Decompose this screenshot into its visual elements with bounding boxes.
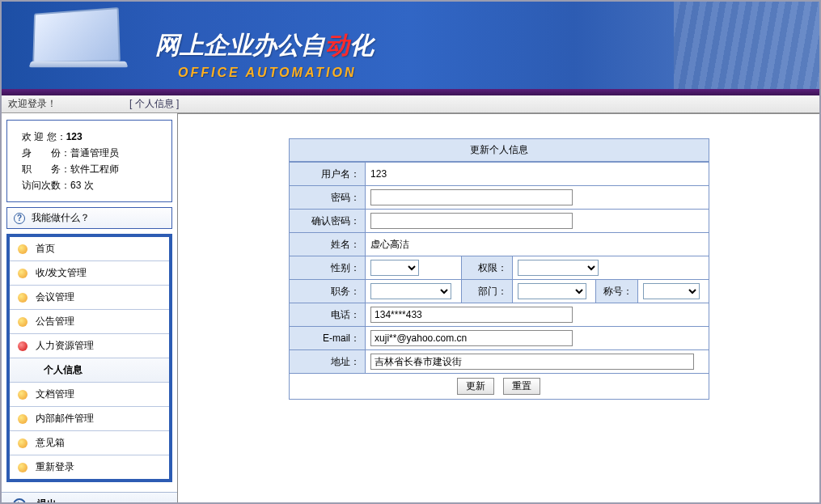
- bullet-icon: [18, 438, 28, 448]
- building-illustration: [674, 2, 819, 89]
- app-title: 网上企业办公自动化: [155, 29, 374, 62]
- bullet-icon: [18, 293, 28, 303]
- nav-label: 文档管理: [36, 388, 74, 401]
- address-label: 地址：: [289, 350, 366, 374]
- sidebar: 欢 迎 您：123 身 份：普通管理员 职 务：软件工程师 访问次数：63 次 …: [2, 113, 178, 502]
- nav-feedback[interactable]: 意见箱: [10, 431, 169, 455]
- bullet-icon: [18, 414, 28, 424]
- breadcrumb-bar: 欢迎登录！ [ 个人信息 ]: [2, 95, 819, 113]
- nav-menu: 首页 收/发文管理 会议管理 公告管理 人力资源管理 个人信息 文档管理 内部邮…: [6, 234, 172, 482]
- user-info-panel: 欢 迎 您：123 身 份：普通管理员 职 务：软件工程师 访问次数：63 次: [6, 120, 172, 202]
- phone-label: 电话：: [289, 303, 366, 327]
- nav-docs[interactable]: 收/发文管理: [10, 261, 169, 286]
- user-name: 123: [66, 131, 83, 142]
- nav-relogin[interactable]: 重新登录: [10, 455, 169, 479]
- nav-label: 首页: [36, 242, 55, 256]
- help-icon: ?: [14, 213, 25, 224]
- reset-button[interactable]: 重置: [503, 378, 540, 395]
- permission-label: 权限：: [461, 256, 512, 280]
- gender-label: 性别：: [289, 256, 366, 280]
- name-value: 虚心高洁: [366, 233, 709, 256]
- dept-label: 部门：: [461, 280, 512, 303]
- nav-label: 内部邮件管理: [36, 412, 94, 426]
- bullet-active-icon: [18, 341, 28, 351]
- exit-label: 退出: [37, 498, 57, 504]
- exit-button[interactable]: 退出: [2, 492, 177, 504]
- address-input[interactable]: [370, 354, 694, 370]
- nav-label: 重新登录: [36, 460, 74, 474]
- user-visits: 63 次: [70, 180, 94, 191]
- bullet-icon: [18, 390, 28, 400]
- bullet-icon: [18, 463, 28, 472]
- nav-filedoc[interactable]: 文档管理: [10, 383, 169, 407]
- bullet-icon: [18, 269, 28, 278]
- nav-label: 收/发文管理: [36, 266, 87, 280]
- button-row: 更新 重置: [289, 374, 709, 400]
- nav-meeting[interactable]: 会议管理: [10, 286, 169, 310]
- email-label: E-mail：: [289, 327, 366, 350]
- user-role: 普通管理员: [70, 147, 119, 159]
- help-text: 我能做什么？: [32, 211, 90, 225]
- nav-label: 个人信息: [44, 363, 83, 377]
- phone-input[interactable]: [370, 307, 573, 323]
- job-label: 职务：: [289, 280, 366, 303]
- laptop-illustration: [30, 10, 135, 83]
- gender-select[interactable]: [370, 260, 419, 276]
- play-icon: [13, 498, 26, 505]
- profile-form: 用户名： 123 密码： 确认密码： 姓名： 虚心高洁: [289, 162, 709, 374]
- title-select[interactable]: [643, 283, 700, 299]
- app-subtitle: OFFICE AUTOMATION: [178, 66, 374, 80]
- form-title: 更新个人信息: [289, 138, 709, 162]
- job-select[interactable]: [370, 283, 451, 299]
- nav-personal-info[interactable]: 个人信息: [10, 358, 169, 383]
- welcome-text: 欢迎登录！: [8, 97, 57, 111]
- header-banner: 网上企业办公自动化 OFFICE AUTOMATION: [2, 2, 819, 95]
- name-label: 姓名：: [289, 233, 366, 256]
- content-area: 更新个人信息 用户名： 123 密码： 确认密码： 姓名: [178, 113, 819, 502]
- username-label: 用户名：: [289, 163, 366, 186]
- help-bar[interactable]: ? 我能做什么？: [6, 207, 172, 229]
- update-button[interactable]: 更新: [457, 378, 494, 395]
- confirm-password-input[interactable]: [370, 213, 573, 229]
- confirm-password-label: 确认密码：: [289, 210, 366, 233]
- permission-select[interactable]: [518, 260, 599, 276]
- nav-notice[interactable]: 公告管理: [10, 310, 169, 334]
- nav-mail[interactable]: 内部邮件管理: [10, 407, 169, 431]
- bullet-icon: [18, 244, 28, 254]
- username-value: 123: [366, 163, 709, 186]
- nav-home[interactable]: 首页: [10, 237, 169, 261]
- user-job: 软件工程师: [70, 163, 119, 175]
- email-input[interactable]: [370, 330, 573, 346]
- password-label: 密码：: [289, 186, 366, 210]
- breadcrumb: [ 个人信息 ]: [129, 97, 179, 111]
- bullet-icon: [18, 317, 28, 327]
- nav-label: 意见箱: [36, 436, 65, 450]
- nav-hr[interactable]: 人力资源管理: [10, 334, 169, 358]
- title-label: 称号：: [595, 280, 638, 303]
- password-input[interactable]: [370, 189, 573, 205]
- dept-select[interactable]: [518, 283, 586, 299]
- nav-label: 公告管理: [36, 315, 74, 328]
- nav-label: 人力资源管理: [36, 339, 94, 353]
- nav-label: 会议管理: [36, 290, 74, 304]
